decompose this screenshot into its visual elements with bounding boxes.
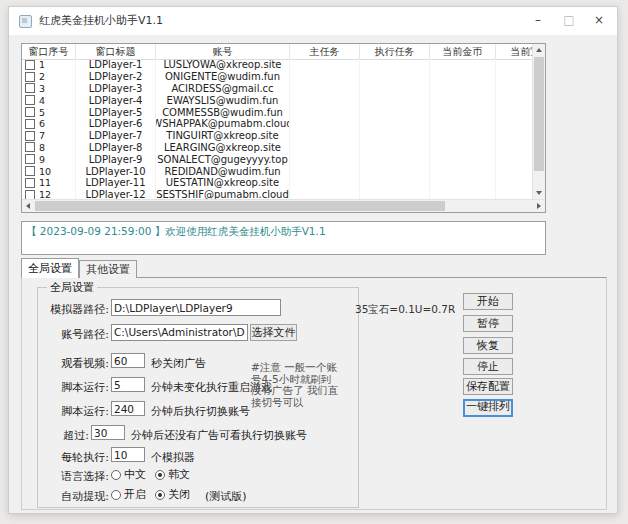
watch-video-label: 观看视频:	[39, 356, 109, 371]
tab-global-settings[interactable]: 全局设置	[21, 258, 79, 278]
script-restart-input[interactable]	[111, 377, 145, 392]
column-header-window-title[interactable]: 窗口标题	[76, 44, 156, 59]
radio-withdraw-on[interactable]: 开启	[111, 487, 146, 502]
column-header-index[interactable]: 窗口序号	[22, 44, 76, 59]
screen: 红虎美金挂机小助手V1.1 – □ × 窗口序号 窗口标题 账号 主任务 执行任…	[0, 0, 628, 524]
row-number: 4	[39, 95, 45, 106]
account-path-label: 账号路径:	[39, 327, 109, 342]
row-checkbox[interactable]	[25, 119, 35, 129]
horizontal-scrollbar[interactable]	[22, 199, 545, 212]
row-checkbox[interactable]	[25, 131, 35, 141]
row-main-task	[290, 189, 360, 199]
choose-file-button[interactable]: 选择文件	[250, 324, 297, 341]
row-number: 8	[39, 142, 45, 153]
scroll-left-icon[interactable]	[22, 200, 34, 212]
row-main-task	[290, 83, 360, 95]
script-switch-suffix: 分钟后执行切换账号	[151, 404, 250, 419]
row-checkbox[interactable]	[25, 60, 35, 70]
scroll-up-icon[interactable]	[533, 44, 545, 56]
radio-language-korean[interactable]: 韩文	[155, 467, 190, 482]
row-checkbox[interactable]	[25, 154, 35, 164]
table-row[interactable]: 7 LDPlayer-7 TINGUIRT@xkreop.site	[22, 130, 532, 142]
scroll-down-icon[interactable]	[533, 187, 545, 199]
radio-language-chinese[interactable]: 中文	[111, 467, 146, 482]
table-row[interactable]: 9 LDPlayer-9 SONALECT@gugeyyyy.top	[22, 153, 532, 165]
row-window-title: LDPlayer-6	[76, 118, 156, 130]
titlebar[interactable]: 红虎美金挂机小助手V1.1 – □ ×	[9, 7, 617, 35]
emulator-path-label: 模拟器路径:	[39, 302, 109, 317]
row-main-task	[290, 71, 360, 83]
script-switch-input[interactable]	[111, 401, 145, 416]
vertical-scroll-thumb[interactable]	[534, 57, 544, 171]
row-window-title: LDPlayer-9	[76, 153, 156, 165]
save-config-button[interactable]: 保存配置	[463, 378, 513, 395]
row-checkbox[interactable]	[25, 107, 35, 117]
column-header-account[interactable]: 账号	[156, 44, 290, 59]
row-main-task	[290, 59, 360, 71]
row-checkbox[interactable]	[25, 190, 35, 199]
table-row[interactable]: 2 LDPlayer-2 ONIGENTE@wudim.fun	[22, 71, 532, 83]
arrange-windows-button[interactable]: 一键排列	[463, 399, 513, 417]
maximize-button[interactable]: □	[554, 7, 584, 35]
app-icon	[19, 15, 32, 28]
row-exec-task	[360, 94, 430, 106]
tab-other-settings[interactable]: 其他设置	[79, 260, 137, 278]
table-row[interactable]: 8 LDPlayer-8 LEARGING@xkreop.site	[22, 142, 532, 154]
log-message: 【 2023-09-09 21:59:00 】欢迎使用红虎美金挂机小助手V1.1	[26, 225, 326, 239]
table-row[interactable]: 10 LDPlayer-10 REDIDAND@wudim.fun	[22, 165, 532, 177]
row-number: 11	[39, 177, 51, 188]
row-index-cell: 12	[22, 189, 76, 199]
pause-button[interactable]: 暂停	[463, 315, 513, 332]
table-row[interactable]: 4 LDPlayer-4 EWAYSLIS@wudim.fun	[22, 94, 532, 106]
horizontal-scroll-thumb[interactable]	[35, 201, 445, 211]
window-title: 红虎美金挂机小助手V1.1	[39, 7, 163, 35]
table-row[interactable]: 11 LDPlayer-11 UESTATIN@xkreop.site	[22, 177, 532, 189]
notice-text: #注意 一般一个账 号4-5小时就刷到 没有广告了 我们直 接切号可以	[251, 362, 339, 408]
timeout-suffix: 分钟后还没有广告可看执行切换账号	[131, 428, 307, 443]
row-window-title: LDPlayer-10	[76, 165, 156, 177]
radio-withdraw-off[interactable]: 关闭	[155, 487, 190, 502]
row-number: 5	[39, 107, 45, 118]
table-row[interactable]: 6 LDPlayer-6 WSHAPPAK@pumabm.cloud	[22, 118, 532, 130]
row-checkbox[interactable]	[25, 72, 35, 82]
scroll-right-icon[interactable]	[533, 200, 545, 212]
notice-line: 没有广告了 我们直	[251, 385, 339, 397]
row-coins	[430, 94, 496, 106]
stop-button[interactable]: 停止	[463, 358, 513, 375]
column-header-gems[interactable]: 当前宝石	[496, 44, 532, 59]
watch-video-input[interactable]	[111, 353, 145, 368]
row-account: ACIRDESS@gmail.cc	[156, 83, 290, 95]
row-checkbox[interactable]	[25, 95, 35, 105]
table-row[interactable]: 12 LDPlayer-12 SESTSHIF@pumabm.cloud	[22, 189, 532, 199]
column-header-main-task[interactable]: 主任务	[290, 44, 360, 59]
row-number: 6	[39, 118, 45, 129]
row-checkbox[interactable]	[25, 166, 35, 176]
row-account: TINGUIRT@xkreop.site	[156, 130, 290, 142]
table-row[interactable]: 3 LDPlayer-3 ACIRDESS@gmail.cc	[22, 83, 532, 95]
row-coins	[430, 153, 496, 165]
vertical-scrollbar[interactable]	[532, 44, 545, 199]
row-checkbox[interactable]	[25, 178, 35, 188]
emulator-path-input[interactable]	[111, 299, 281, 316]
timeout-input[interactable]	[91, 425, 125, 440]
column-header-exec-task[interactable]: 执行任务	[360, 44, 430, 59]
per-round-input[interactable]	[111, 447, 145, 462]
row-checkbox[interactable]	[25, 83, 35, 93]
resume-button[interactable]: 恢复	[463, 337, 513, 354]
table-row[interactable]: 1 LDPlayer-1 LUSLYOWA@xkreop.site	[22, 59, 532, 71]
table-row[interactable]: 5 LDPlayer-5 COMMESSB@wudim.fun	[22, 106, 532, 118]
timeout-label: 超过:	[39, 428, 89, 443]
close-icon[interactable]: ×	[584, 7, 614, 35]
row-index-cell: 2	[22, 71, 76, 83]
withdraw-label: 自动提现:	[39, 489, 109, 504]
radio-circle-checked-icon	[155, 470, 165, 480]
row-exec-task	[360, 118, 430, 130]
column-header-coins[interactable]: 当前金币	[430, 44, 496, 59]
account-path-input[interactable]	[111, 324, 248, 341]
start-button[interactable]: 开始	[463, 293, 513, 310]
row-number: 1	[39, 59, 45, 70]
row-exec-task	[360, 130, 430, 142]
minimize-button[interactable]: –	[523, 7, 553, 35]
row-checkbox[interactable]	[25, 142, 35, 152]
row-index-cell: 1	[22, 59, 76, 71]
